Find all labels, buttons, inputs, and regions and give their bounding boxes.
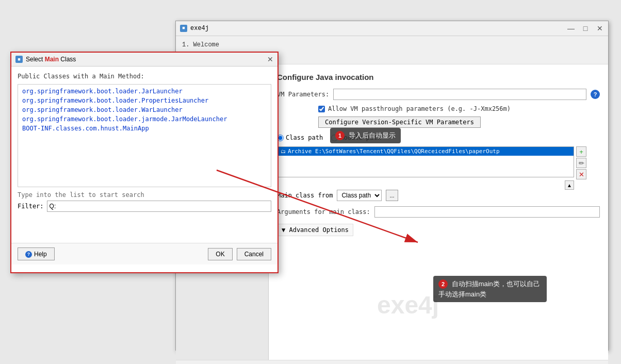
dialog-buttons: ? Help OK Cancel <box>11 243 277 264</box>
modulepath-radio-label: Module path <box>331 134 381 141</box>
scroll-controls: ▲ <box>277 180 574 190</box>
dialog-cancel-button[interactable]: Cancel <box>237 248 271 260</box>
class-item-4[interactable]: org.springframework.boot.loader.jarmode.… <box>20 114 269 124</box>
archive-item-icon: 🗂 <box>281 148 286 154</box>
dialog-ok-cancel: OK Cancel <box>208 248 271 260</box>
nav-item-1[interactable]: 1. Welcome <box>182 40 602 50</box>
main-class-row: Main class from Class path ... <box>277 190 600 201</box>
dialog-filter: Type into the list to start search Filte… <box>18 187 271 214</box>
dialog-close-button[interactable]: ✕ <box>267 55 273 63</box>
vm-passthrough-label: Allow VM passthrough parameters (e.g. -J… <box>328 105 511 112</box>
main-class-select[interactable]: Class path <box>337 190 382 201</box>
dialog-content: Public Classes with a Main Method: org.s… <box>11 67 277 243</box>
select-main-class-dialog: ■ Select Main Class ✕ Public Classes wit… <box>10 52 279 273</box>
dialog-ok-button[interactable]: OK <box>208 248 232 260</box>
archive-item-text: Archive E:\SoftWares\Tencent\QQFiles\QQR… <box>288 148 500 155</box>
class-item-5[interactable]: BOOT-INF.classes.com.hnust.MainApp <box>20 124 269 133</box>
vm-params-row: VM Parameters: ? <box>277 89 600 100</box>
advanced-section: ▼ Advanced Options <box>277 224 600 236</box>
list-actions: + ✏ ✕ <box>576 146 586 179</box>
dialog-help-icon: ? <box>25 251 32 258</box>
main-class-from-label: Main class from <box>277 192 333 199</box>
args-row: Arguments for main class: <box>277 206 600 218</box>
advanced-options-toggle[interactable]: ▼ Advanced Options <box>277 224 353 236</box>
app-icon: ■ <box>180 25 187 32</box>
vm-params-input[interactable] <box>333 89 586 100</box>
archive-list: 🗂 Archive E:\SoftWares\Tencent\QQFiles\Q… <box>277 146 574 177</box>
scroll-up-button[interactable]: ▲ <box>565 180 574 190</box>
modulepath-radio[interactable] <box>331 135 338 141</box>
right-panel: Configure Java invocation VM Parameters:… <box>269 64 608 360</box>
config-version-specific-button[interactable]: Configure Version-Specific VM Parameters <box>318 117 481 128</box>
vm-passthrough-row: Allow VM passthrough parameters (e.g. -J… <box>318 105 600 112</box>
window-title: exe4j <box>190 25 209 32</box>
public-classes-label: Public Classes with a Main Method: <box>18 73 271 80</box>
args-input[interactable] <box>374 206 600 218</box>
class-item-1[interactable]: org.springframework.boot.loader.JarLaunc… <box>20 87 269 96</box>
filter-input[interactable] <box>47 201 271 212</box>
dialog-title-bar: ■ Select Main Class ✕ <box>11 53 277 67</box>
class-item-2[interactable]: org.springframework.boot.loader.Properti… <box>20 96 269 105</box>
remove-archive-button[interactable]: ✕ <box>576 169 586 179</box>
maximize-button[interactable]: □ <box>581 24 590 32</box>
section-title: Configure Java invocation <box>277 73 600 81</box>
title-bar-controls: — □ ✕ <box>567 24 604 32</box>
vm-passthrough-checkbox[interactable] <box>318 106 325 112</box>
filter-hint: Type into the list to start search <box>18 191 271 198</box>
dialog-help-label: Help <box>34 251 47 258</box>
classpath-radio-text: Class path <box>286 134 323 141</box>
add-archive-button[interactable]: + <box>576 146 586 157</box>
filter-label: Filter: <box>18 203 44 210</box>
filter-row: Filter: <box>18 201 271 212</box>
modulepath-radio-text: Module path <box>340 134 381 141</box>
dialog-help-button[interactable]: ? Help <box>18 247 55 260</box>
archive-item[interactable]: 🗂 Archive E:\SoftWares\Tencent\QQFiles\Q… <box>277 147 574 156</box>
bottom-buttons: ? Help ◄ Back Next ► Finish Cancel <box>176 360 608 364</box>
browse-main-class-button[interactable]: ... <box>386 190 398 201</box>
minimize-button[interactable]: — <box>567 24 575 32</box>
title-bar-left: ■ exe4j <box>180 25 209 32</box>
archive-section: 🗂 Archive E:\SoftWares\Tencent\QQFiles\Q… <box>277 146 574 177</box>
close-button[interactable]: ✕ <box>596 24 604 32</box>
dialog-icon: ■ <box>15 56 23 63</box>
edit-archive-button[interactable]: ✏ <box>576 158 586 168</box>
title-bar: ■ exe4j — □ ✕ <box>176 21 608 36</box>
path-radio-row: Class path Module path <box>277 134 600 141</box>
vm-params-label: VM Parameters: <box>277 91 329 98</box>
classes-list[interactable]: org.springframework.boot.loader.JarLaunc… <box>18 84 271 187</box>
dialog-title-left: ■ Select Main Class <box>15 56 76 63</box>
args-label: Arguments for main class: <box>277 208 370 216</box>
classpath-radio-label: Class path <box>277 134 323 141</box>
vm-params-help-icon[interactable]: ? <box>591 90 600 99</box>
class-item-3[interactable]: org.springframework.boot.loader.WarLaunc… <box>20 105 269 114</box>
dialog-title: Select Main Class <box>26 56 76 63</box>
